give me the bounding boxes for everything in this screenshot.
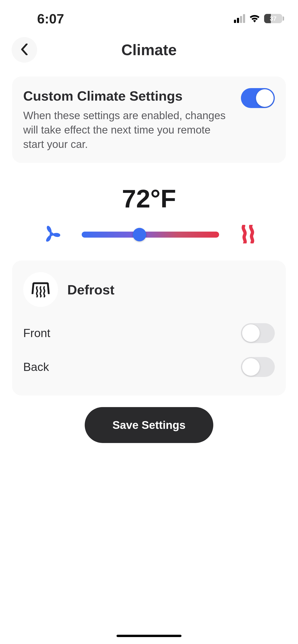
defrost-back-row: Back <box>23 350 275 384</box>
battery-percent: 37 <box>264 15 282 22</box>
defrost-back-label: Back <box>23 360 49 374</box>
custom-climate-card: Custom Climate Settings When these setti… <box>12 76 286 163</box>
battery-icon: 37 <box>264 14 284 23</box>
fan-icon <box>42 225 61 244</box>
status-bar: 6:07 37 <box>0 0 298 32</box>
status-time: 6:07 <box>37 11 64 26</box>
defrost-card: Defrost Front Back <box>12 260 286 396</box>
defrost-front-toggle[interactable] <box>241 323 275 343</box>
wifi-icon <box>249 14 260 24</box>
defrost-front-row: Front <box>23 316 275 350</box>
temperature-value: 72°F <box>12 184 286 213</box>
custom-climate-toggle[interactable] <box>241 88 275 108</box>
slider-thumb[interactable] <box>133 228 146 241</box>
svg-point-0 <box>50 232 53 236</box>
defrost-title: Defrost <box>67 282 114 298</box>
custom-climate-description: When these settings are enabled, changes… <box>23 108 234 152</box>
header: Climate <box>0 32 298 72</box>
temperature-section: 72°F <box>12 184 286 244</box>
custom-climate-title: Custom Climate Settings <box>23 88 234 104</box>
defrost-icon <box>23 272 58 307</box>
save-settings-button[interactable]: Save Settings <box>85 407 213 443</box>
status-icons: 37 <box>234 14 284 24</box>
home-indicator <box>117 635 181 637</box>
defrost-back-toggle[interactable] <box>241 357 275 377</box>
page-title: Climate <box>121 41 177 59</box>
defrost-front-label: Front <box>23 326 50 340</box>
heat-icon <box>240 225 256 244</box>
back-button[interactable] <box>12 37 37 62</box>
cellular-signal-icon <box>234 14 245 23</box>
chevron-left-icon <box>21 44 28 56</box>
temperature-slider[interactable] <box>82 230 219 239</box>
